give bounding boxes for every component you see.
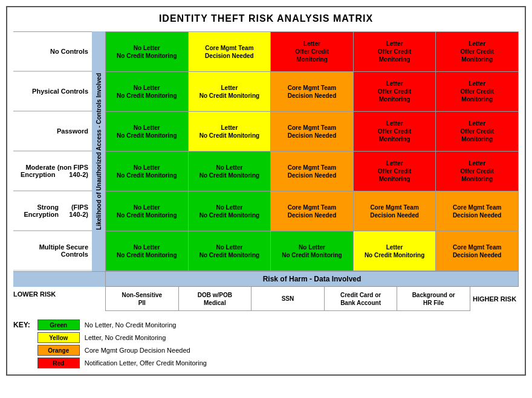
col-label-1: DOB w/POBMedical: [179, 287, 252, 311]
col-label-4: Background orHR File: [397, 287, 470, 311]
key-desc-1: Letter, No Credit Monitoring: [85, 334, 166, 341]
col-label-2: SSN: [251, 287, 325, 311]
key-item-3: RedNotification Letter, Offer Credit Mon…: [37, 358, 207, 368]
row-labels-col: No ControlsPhysical ControlsPasswordMode…: [13, 31, 92, 271]
page-title: IDENTITY THEFT RISK ANALYSIS MATRIX: [13, 13, 519, 24]
cell-4-2: Core Mgmt TeamDecision Needed: [271, 191, 354, 231]
row-label-4: Strong Encryption(FIPS 140-2): [13, 191, 92, 231]
key-color-box-2: Orange: [37, 345, 80, 356]
cell-5-2: No LetterNo Credit Monitoring: [271, 231, 354, 271]
cell-4-0: No LetterNo Credit Monitoring: [106, 191, 189, 231]
risk-header: Risk of Harm - Data Involved: [105, 271, 519, 287]
key-desc-0: No Letter, No Credit Monitoring: [85, 321, 177, 329]
key-item-1: YellowLetter, No Credit Monitoring: [37, 332, 207, 343]
cell-4-3: Core Mgmt TeamDecision Needed: [354, 191, 436, 231]
cell-4-4: Core Mgmt TeamDecision Needed: [436, 191, 519, 231]
row-label-2: Password: [13, 111, 92, 151]
cell-2-1: LetterNo Credit Monitoring: [189, 112, 271, 152]
page-container: IDENTITY THEFT RISK ANALYSIS MATRIX No C…: [6, 6, 526, 376]
row-label-1: Physical Controls: [13, 71, 92, 111]
cell-3-3: LetterOffer CreditMonitoring: [354, 152, 436, 191]
lower-risk-label: LOWER RISK: [13, 287, 92, 311]
key-items: GreenNo Letter, No Credit MonitoringYell…: [37, 319, 207, 368]
vertical-label-col: Likelihood of Unauthorized Access - Cont…: [92, 31, 105, 271]
col-label-0: Non-SensitivePII: [106, 287, 179, 311]
key-item-2: OrangeCore Mgmt Group Decision Needed: [37, 345, 207, 356]
cell-1-0: No LetterNo Credit Monitoring: [106, 72, 189, 112]
matrix-grid: No LetterNo Credit MonitoringCore Mgmt T…: [105, 31, 519, 271]
col-label-3: Credit Card orBank Account: [325, 287, 398, 311]
cell-1-2: Core Mgmt TeamDecision Needed: [271, 72, 354, 112]
key-color-box-1: Yellow: [37, 332, 80, 343]
cell-3-0: No LetterNo Credit Monitoring: [106, 152, 189, 191]
cell-5-0: No LetterNo Credit Monitoring: [106, 231, 189, 271]
cell-5-1: No LetterNo Credit Monitoring: [189, 231, 271, 271]
cell-3-1: No LetterNo Credit Monitoring: [189, 152, 271, 191]
key-section: KEY: GreenNo Letter, No Credit Monitorin…: [13, 319, 519, 368]
cell-2-3: LetterOffer CreditMonitoring: [354, 112, 436, 152]
key-desc-2: Core Mgmt Group Decision Needed: [85, 347, 190, 354]
key-label: KEY:: [13, 319, 30, 329]
row-label-5: Multiple Secure Controls: [13, 231, 92, 271]
higher-risk-label: HIGHER RISK: [470, 287, 519, 311]
key-color-box-3: Red: [37, 358, 80, 368]
cell-3-4: LetterOffer CreditMonitoring: [436, 152, 519, 191]
key-desc-3: Notification Letter, Offer Credit Monito…: [85, 359, 207, 367]
matrix-wrapper: No ControlsPhysical ControlsPasswordMode…: [13, 31, 519, 271]
key-color-box-0: Green: [37, 319, 80, 330]
cell-1-4: LetterOffer CreditMonitoring: [436, 72, 519, 112]
vertical-label: Likelihood of Unauthorized Access - Cont…: [96, 73, 102, 230]
cell-2-2: Core Mgmt TeamDecision Needed: [271, 112, 354, 152]
cell-0-1: Core Mgmt TeamDecision Needed: [189, 32, 271, 72]
col-labels-grid: Non-SensitivePIIDOB w/POBMedicalSSNCredi…: [105, 287, 470, 311]
bottom-section: Risk of Harm - Data Involved LOWER RISK …: [13, 271, 519, 311]
cell-5-4: Core Mgmt TeamDecision Needed: [436, 231, 519, 271]
key-item-0: GreenNo Letter, No Credit Monitoring: [37, 319, 207, 330]
cell-4-1: No LetterNo Credit Monitoring: [189, 191, 271, 231]
row-label-0: No Controls: [13, 31, 92, 71]
cell-1-3: LetterOffer CreditMonitoring: [354, 72, 436, 112]
cell-0-2: LetterOffer CreditMonitoring: [271, 32, 354, 72]
cell-1-1: LetterNo Credit Monitoring: [189, 72, 271, 112]
cell-0-4: LetterOffer CreditMonitoring: [436, 32, 519, 72]
cell-0-3: LetterOffer CreditMonitoring: [354, 32, 436, 72]
cell-2-0: No LetterNo Credit Monitoring: [106, 112, 189, 152]
cell-5-3: LetterNo Credit Monitoring: [354, 231, 436, 271]
cell-0-0: No LetterNo Credit Monitoring: [106, 32, 189, 72]
cell-2-4: LetterOffer CreditMonitoring: [436, 112, 519, 152]
row-label-3: Moderate Encryption(non FIPS 140-2): [13, 151, 92, 191]
cell-3-2: Core Mgmt TeamDecision Needed: [271, 152, 354, 191]
